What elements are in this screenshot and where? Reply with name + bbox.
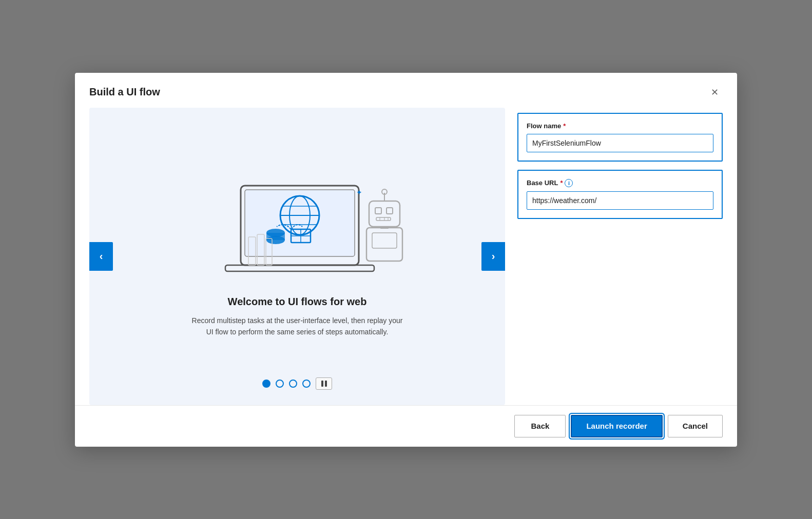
- modal-footer: Back Launch recorder Cancel: [75, 405, 737, 447]
- pause-bar-1: [321, 381, 323, 387]
- chevron-left-icon: ‹: [100, 250, 103, 262]
- svg-rect-17: [386, 208, 393, 214]
- flow-name-input[interactable]: [527, 134, 713, 152]
- carousel-dot-2[interactable]: [276, 380, 284, 388]
- base-url-input[interactable]: [527, 191, 713, 210]
- close-icon: ✕: [711, 87, 719, 98]
- pause-bar-2: [325, 381, 327, 387]
- launch-recorder-button[interactable]: Launch recorder: [571, 415, 662, 437]
- carousel-description: Record multistep tasks at the user-inter…: [189, 315, 405, 338]
- carousel-content: ✦: [148, 118, 446, 372]
- cancel-button[interactable]: Cancel: [668, 415, 723, 437]
- carousel-dot-1[interactable]: [262, 380, 270, 388]
- svg-rect-20: [376, 217, 391, 221]
- carousel-prev-button[interactable]: ‹: [89, 242, 113, 271]
- svg-rect-16: [375, 208, 381, 214]
- modal-header: Build a UI flow ✕: [75, 73, 737, 108]
- close-button[interactable]: ✕: [706, 84, 723, 101]
- flow-name-section: Flow name *: [517, 113, 723, 162]
- carousel-dots: [262, 377, 332, 390]
- modal-backdrop: Build a UI flow ✕ ‹: [0, 0, 812, 519]
- carousel-title: Welcome to UI flows for web: [228, 296, 367, 308]
- svg-rect-2: [225, 265, 374, 271]
- svg-text:✦: ✦: [356, 188, 362, 196]
- form-panel: Flow name * Base URL * i: [517, 108, 723, 405]
- chevron-right-icon: ›: [492, 250, 495, 262]
- svg-point-10: [266, 236, 285, 244]
- build-ui-flow-modal: Build a UI flow ✕ ‹: [75, 73, 737, 447]
- modal-title: Build a UI flow: [89, 86, 160, 98]
- svg-rect-25: [372, 233, 397, 248]
- base-url-label: Base URL * i: [527, 179, 713, 187]
- base-url-required: *: [560, 179, 563, 187]
- svg-rect-15: [369, 201, 400, 227]
- svg-rect-1: [245, 190, 355, 256]
- carousel-pause-button[interactable]: [316, 377, 332, 390]
- flow-name-required: *: [563, 122, 566, 130]
- modal-body: ‹: [75, 108, 737, 405]
- base-url-section: Base URL * i: [517, 170, 723, 219]
- carousel-dot-3[interactable]: [289, 380, 297, 388]
- back-button[interactable]: Back: [514, 415, 566, 437]
- carousel-next-button[interactable]: ›: [481, 242, 505, 271]
- carousel-dot-4[interactable]: [302, 380, 311, 388]
- flow-name-label: Flow name *: [527, 122, 713, 130]
- carousel-panel: ‹: [89, 108, 505, 405]
- svg-rect-26: [380, 226, 389, 229]
- carousel-illustration: ✦: [179, 152, 415, 281]
- base-url-info-icon[interactable]: i: [565, 179, 573, 187]
